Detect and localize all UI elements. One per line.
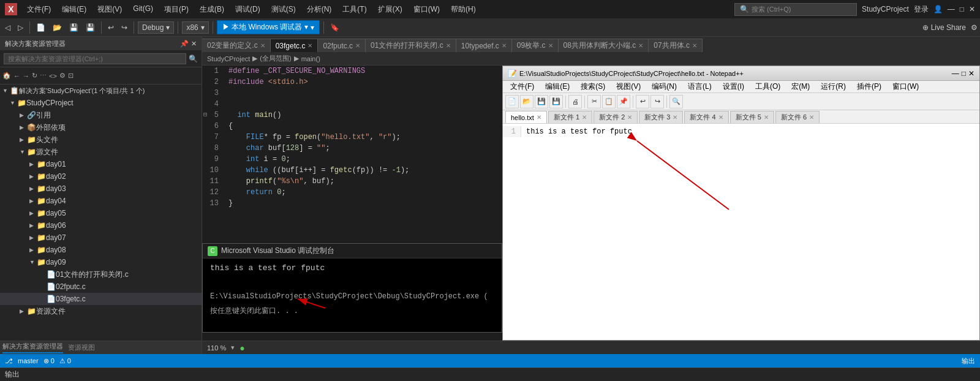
bookmark-btn[interactable]: 🔖	[328, 22, 342, 33]
tab-close-01file[interactable]: ✕	[446, 42, 451, 49]
notepad-menu-settings[interactable]: 设置(I)	[718, 81, 749, 92]
solution-item[interactable]: ▼ 📋 解决方案'StudyCProject'(1 个项目/共 1 个)	[0, 85, 202, 97]
sidebar-close-icon[interactable]: ✕	[191, 40, 197, 48]
tool-gear-icon[interactable]: ⚙	[59, 72, 66, 80]
notepad-tab-new5-close[interactable]: ✕	[764, 114, 769, 121]
win-minimize[interactable]: —	[948, 5, 955, 13]
sidebar-item-file02[interactable]: 📄 02fputc.c	[0, 281, 202, 293]
sidebar-pin-icon[interactable]: 📌	[180, 40, 189, 48]
arch-dropdown[interactable]: x86 ▾	[182, 21, 208, 34]
sidebar-item-sources[interactable]: ▼ 📁 源文件	[0, 146, 202, 158]
tab-07union2[interactable]: 07共用体.c ✕	[649, 39, 703, 52]
notepad-redo-btn[interactable]: ↪	[650, 95, 664, 108]
open-btn[interactable]: 📂	[50, 22, 64, 33]
notepad-menu-view[interactable]: 视图(V)	[611, 81, 646, 92]
sidebar-item-headers[interactable]: ▶ 📁 头文件	[0, 134, 202, 146]
sidebar-item-file03[interactable]: 📄 03fgetc.c	[0, 293, 202, 305]
notepad-menu-window[interactable]: 窗口(W)	[888, 81, 924, 92]
notepad-new-btn[interactable]: 📄	[505, 95, 519, 108]
sidebar-item-day05[interactable]: ▶ 📁 day05	[0, 207, 202, 219]
notepad-open-btn[interactable]: 📂	[520, 95, 533, 108]
notepad-tab-new4-close[interactable]: ✕	[718, 114, 723, 121]
notepad-tab-new2[interactable]: 新文件 2 ✕	[594, 111, 638, 123]
save-all-btn[interactable]: 💾	[83, 22, 97, 33]
notepad-paste-btn[interactable]: 📌	[617, 95, 630, 108]
notepad-menu-encode[interactable]: 编码(N)	[647, 81, 682, 92]
notepad-menu-edit[interactable]: 编辑(E)	[540, 81, 575, 92]
notepad-close[interactable]: ✕	[968, 69, 974, 78]
sidebar-item-day04[interactable]: ▶ 📁 day04	[0, 195, 202, 207]
notepad-tab-new4[interactable]: 新文件 4 ✕	[684, 111, 728, 123]
tab-10typedef[interactable]: 10typedef.c ✕	[456, 39, 512, 52]
tool-back-icon[interactable]: ←	[13, 72, 20, 80]
notepad-menu-tools[interactable]: 工具(O)	[750, 81, 785, 92]
sidebar-item-day09[interactable]: ▼ 📁 day09	[0, 256, 202, 268]
menu-file[interactable]: 文件(F)	[22, 3, 56, 16]
zoom-dropdown[interactable]: ▾	[231, 344, 235, 352]
notepad-tab-new3-close[interactable]: ✕	[673, 114, 677, 121]
notepad-tab-hello-close[interactable]: ✕	[537, 114, 541, 121]
status-output-label[interactable]: 输出	[962, 356, 975, 366]
run-btn[interactable]: ▶ 本地 Windows 调试器 ▾ ▾	[217, 20, 320, 34]
redo-btn[interactable]: ↪	[119, 22, 130, 33]
sidebar-item-day06[interactable]: ▶ 📁 day06	[0, 219, 202, 232]
debug-mode-dropdown[interactable]: Debug ▾	[138, 21, 174, 34]
win-maximize[interactable]: □	[960, 5, 964, 13]
live-share-btn[interactable]: ⊕ Live Share	[922, 23, 966, 32]
tool-home-icon[interactable]: 🏠	[2, 72, 11, 80]
notepad-tab-new2-close[interactable]: ✕	[627, 114, 632, 121]
notepad-menu-macro[interactable]: 宏(M)	[786, 81, 815, 92]
nav-fwd-btn[interactable]: ▷	[15, 22, 26, 33]
tab-08union[interactable]: 08共用体判断大小端.c ✕	[559, 39, 649, 52]
notepad-cut-btn[interactable]: ✂	[587, 95, 601, 108]
notepad-maximize[interactable]: □	[962, 69, 966, 78]
tab-09enum[interactable]: 09枚举.c ✕	[512, 39, 559, 52]
notepad-minimize[interactable]: —	[952, 69, 959, 78]
tab-02variables[interactable]: 02变量的定义.c ✕	[202, 39, 271, 52]
notepad-tab-new6-close[interactable]: ✕	[809, 114, 814, 121]
footer-tab-resource[interactable]: 资源视图	[68, 343, 95, 352]
settings-icon[interactable]: ⚙	[971, 23, 978, 32]
tab-close-02fputc[interactable]: ✕	[355, 42, 360, 49]
menu-project[interactable]: 项目(P)	[159, 3, 194, 16]
notepad-tab-new3[interactable]: 新文件 3 ✕	[639, 111, 683, 123]
save-btn[interactable]: 💾	[67, 22, 81, 33]
notepad-saveall-btn[interactable]: 💾	[549, 95, 563, 108]
menu-window[interactable]: 窗口(W)	[409, 3, 445, 16]
notepad-save-btn[interactable]: 💾	[535, 95, 548, 108]
tab-01file[interactable]: 01文件的打开和关闭.c ✕	[366, 39, 456, 52]
notepad-menu-lang[interactable]: 语言(L)	[683, 81, 717, 92]
notepad-menu-plugin[interactable]: 插件(P)	[852, 81, 886, 92]
title-search-box[interactable]: 🔍 搜索 (Ctrl+Q)	[734, 3, 857, 16]
notepad-menu-file[interactable]: 文件(F)	[505, 81, 539, 92]
sidebar-item-day02[interactable]: ▶ 📁 day02	[0, 170, 202, 183]
menu-git[interactable]: Git(G)	[128, 3, 158, 16]
menu-test[interactable]: 测试(S)	[266, 3, 301, 16]
tab-02fputc[interactable]: 02fputc.c ✕	[318, 39, 366, 52]
menu-tools[interactable]: 工具(T)	[337, 3, 371, 16]
tool-refresh-icon[interactable]: ↻	[32, 72, 37, 80]
sidebar-item-file01[interactable]: 📄 01文件的打开和关闭.c	[0, 268, 202, 281]
sidebar-item-external[interactable]: ▶ 📦 外部依项	[0, 121, 202, 134]
sidebar-search-input[interactable]	[4, 53, 186, 64]
undo-btn[interactable]: ↩	[105, 22, 116, 33]
menu-edit[interactable]: 编辑(E)	[57, 3, 91, 16]
tab-close-02variables[interactable]: ✕	[260, 42, 265, 49]
sidebar-item-day01[interactable]: ▶ 📁 day01	[0, 158, 202, 170]
tab-close-08union[interactable]: ✕	[638, 42, 643, 49]
win-close[interactable]: ✕	[969, 5, 975, 13]
menu-analyze[interactable]: 分析(N)	[302, 3, 337, 16]
new-file-btn[interactable]: 📄	[34, 22, 48, 33]
notepad-find-btn[interactable]: 🔍	[669, 95, 683, 108]
notepad-content[interactable]: 1 this is a test for fputc	[503, 124, 979, 340]
notepad-undo-btn[interactable]: ↩	[636, 95, 649, 108]
tool-code-icon[interactable]: <>	[49, 72, 57, 80]
tool-filter-icon[interactable]: ⋯	[40, 72, 47, 80]
notepad-tab-new1-close[interactable]: ✕	[582, 114, 587, 121]
sidebar-item-resources[interactable]: ▶ 📁 资源文件	[0, 305, 202, 317]
notepad-tab-new1[interactable]: 新文件 1 ✕	[548, 111, 592, 123]
notepad-copy-btn[interactable]: 📋	[602, 95, 616, 108]
tab-close-03fgetc[interactable]: ✕	[307, 42, 312, 49]
sidebar-search-icon[interactable]: 🔍	[189, 55, 198, 63]
sidebar-item-refs[interactable]: ▶ 🔗 引用	[0, 109, 202, 121]
